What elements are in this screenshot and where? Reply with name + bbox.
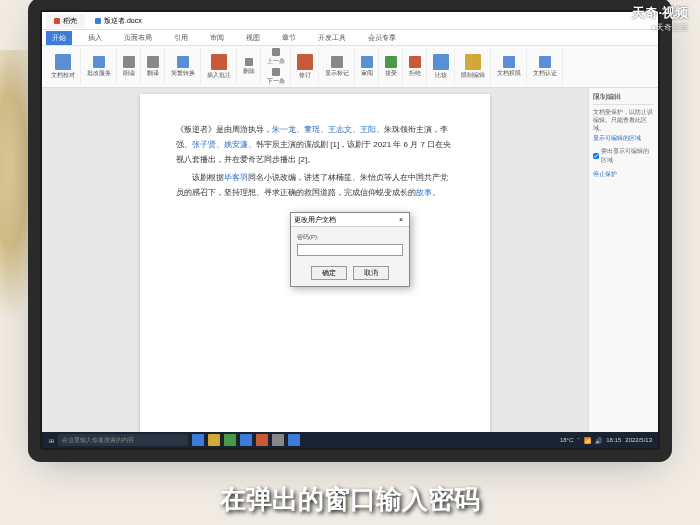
btn-correct[interactable]: 批改服务 (85, 55, 113, 79)
btn-doc-proof[interactable]: 文档校对 (49, 53, 77, 81)
btn-accept[interactable]: 接受 (383, 55, 399, 79)
ribbon-tab-section[interactable]: 章节 (276, 31, 302, 45)
windows-taskbar: ⊞ 在这里输入你要搜索的内容 18°C ˄ 📶 🔊 18:15 2022/5/1… (42, 432, 658, 448)
btn-restrict[interactable]: 限制编辑 (459, 53, 487, 81)
monitor-frame: 稻壳 叛逆者.docx 开始 插入 页面布局 引用 审阅 视图 章节 开发工具 … (40, 10, 660, 450)
taskbar-search[interactable]: 在这里输入你要搜索的内容 (58, 434, 188, 446)
wps-icon (54, 18, 60, 24)
ribbon-tab-view[interactable]: 视图 (240, 31, 266, 45)
password-input[interactable] (297, 244, 403, 256)
watermark-brand: 天奇·视频 (632, 4, 688, 22)
btn-reject[interactable]: 拒绝 (407, 55, 423, 79)
btn-comment[interactable]: 插入批注 (205, 53, 233, 81)
tray-vol-icon[interactable]: 🔊 (595, 437, 602, 444)
highlight-check-icon[interactable] (593, 153, 599, 159)
panel-checkbox[interactable]: 突出显示可编辑的区域 (593, 147, 654, 165)
password-dialog: 更改用户文档 × 密码(P): 确定 取消 (290, 212, 410, 287)
task-icon-2[interactable] (208, 434, 220, 446)
btn-compare[interactable]: 比较 (431, 53, 451, 81)
task-icon-5[interactable] (256, 434, 268, 446)
task-icon-3[interactable] (224, 434, 236, 446)
paragraph-1: 《叛逆者》是由周游执导，朱一龙、童瑶、王志文、王阳、朱珠领衔主演，李强、张子贤、… (176, 122, 454, 168)
ribbon-toolbar: 文档校对 批改服务 朗读 翻译 简繁转换 插入批注 删除 上一条 下一条 修订 … (42, 46, 658, 88)
task-icon-7[interactable] (288, 434, 300, 446)
password-label: 密码(P): (297, 233, 403, 242)
close-icon[interactable]: × (396, 216, 406, 223)
doc-tab-file[interactable]: 叛逆者.docx (87, 14, 150, 28)
btn-track[interactable]: 修订 (295, 53, 315, 81)
paragraph-2: 该剧根据毕客羽同名小说改编，讲述了林楠笙、朱怡贞等人在中国共产党员的感召下，坚持… (176, 170, 454, 200)
stop-protect-link[interactable]: 停止保护 (593, 171, 654, 179)
btn-read[interactable]: 朗读 (121, 55, 137, 79)
btn-review-pane[interactable]: 审阅 (359, 55, 375, 79)
screen: 稻壳 叛逆者.docx 开始 插入 页面布局 引用 审阅 视图 章节 开发工具 … (42, 12, 658, 448)
ribbon-tab-insert[interactable]: 插入 (82, 31, 108, 45)
btn-show-marks[interactable]: 显示标记 (323, 55, 351, 79)
panel-desc: 文档受保护，以防止误编辑。只能查看此区域。 (593, 109, 654, 132)
btn-permission[interactable]: 文档权限 (495, 55, 523, 79)
tray-time[interactable]: 18:15 (606, 437, 621, 443)
task-icon-6[interactable] (272, 434, 284, 446)
ribbon-tab-file[interactable]: 开始 (46, 31, 72, 45)
btn-translate[interactable]: 翻译 (145, 55, 161, 79)
ribbon-tab-ref[interactable]: 引用 (168, 31, 194, 45)
watermark-sub: ●天奇生活 (632, 22, 688, 33)
dialog-title: 更改用户文档 (294, 215, 336, 225)
ribbon-tabs: 开始 插入 页面布局 引用 审阅 视图 章节 开发工具 会员专享 (42, 30, 658, 46)
doc-tab-home[interactable]: 稻壳 (46, 14, 85, 28)
btn-cert[interactable]: 文档认证 (531, 55, 559, 79)
tray-date[interactable]: 2022/5/13 (625, 437, 652, 443)
ribbon-tab-review[interactable]: 审阅 (204, 31, 230, 45)
task-icon-1[interactable] (192, 434, 204, 446)
ribbon-tab-layout[interactable]: 页面布局 (118, 31, 158, 45)
btn-next[interactable]: 下一条 (265, 67, 287, 87)
ok-button[interactable]: 确定 (311, 266, 347, 280)
btn-prev[interactable]: 上一条 (265, 47, 287, 67)
restrict-panel: 限制编辑 文档受保护，以防止误编辑。只能查看此区域。 显示可编辑的区域 突出显示… (588, 88, 658, 434)
btn-delete[interactable]: 删除 (241, 57, 257, 77)
ribbon-tab-dev[interactable]: 开发工具 (312, 31, 352, 45)
ribbon-tab-vip[interactable]: 会员专享 (362, 31, 402, 45)
tray-weather[interactable]: 18°C (560, 437, 573, 443)
cancel-button[interactable]: 取消 (353, 266, 389, 280)
video-subtitle: 在弹出的窗口输入密码 (0, 482, 700, 517)
panel-link[interactable]: 显示可编辑的区域 (593, 135, 654, 143)
tray-net-icon[interactable]: 📶 (584, 437, 591, 444)
task-icon-4[interactable] (240, 434, 252, 446)
btn-convert[interactable]: 简繁转换 (169, 55, 197, 79)
word-icon (95, 18, 101, 24)
panel-title: 限制编辑 (593, 92, 654, 105)
start-button[interactable]: ⊞ (44, 433, 58, 447)
window-titlebar: 稻壳 叛逆者.docx (42, 12, 658, 30)
tray-up-icon[interactable]: ˄ (577, 437, 580, 444)
